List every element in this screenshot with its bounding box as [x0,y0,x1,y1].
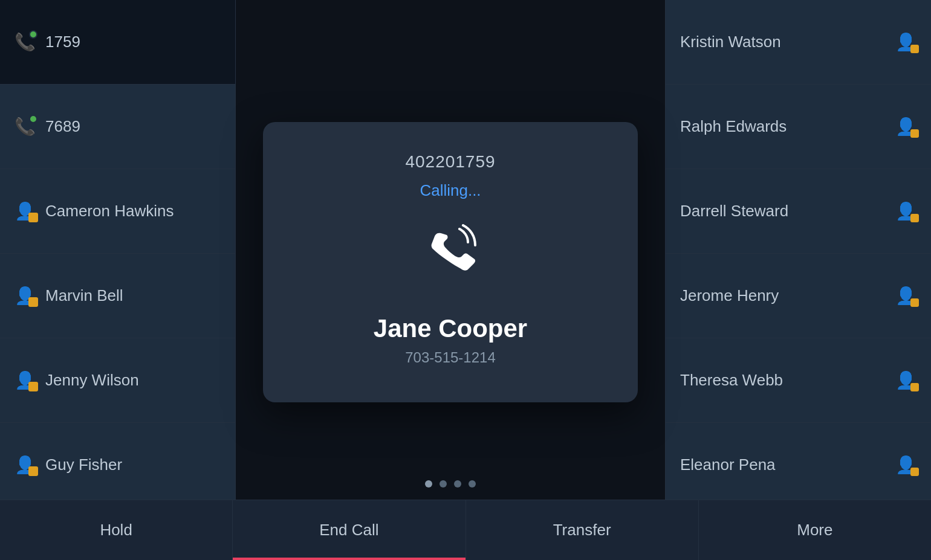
darrell-icon-wrapper: 👤 [895,201,916,221]
marvin-badge [28,297,38,307]
hold-button[interactable]: Hold [0,500,233,560]
transfer-label: Transfer [553,521,611,539]
bottom-bar: Hold End Call Transfer More [0,500,931,560]
phone-active-icon: 📞 [15,32,36,52]
jenny-icon-wrapper: 👤 [15,370,36,390]
right-item-jerome[interactable]: Jerome Henry 👤 [666,254,931,338]
hold-label: Hold [100,521,132,539]
ralph-icon-wrapper: 👤 [895,117,916,137]
marvin-label: Marvin Bell [45,286,123,305]
guy-icon-wrapper: 👤 [15,455,36,475]
right-item-ralph[interactable]: Ralph Edwards 👤 [666,85,931,169]
right-panel: Kristin Watson 👤 Ralph Edwards 👤 Darrell… [665,0,931,560]
marvin-icon-wrapper: 👤 [15,286,36,306]
kristin-badge [910,45,919,53]
cameron-badge [28,213,38,222]
cameron-label: Cameron Hawkins [45,202,174,220]
theresa-label: Theresa Webb [680,371,783,390]
pagination-dots [425,474,476,494]
darrell-label: Darrell Steward [680,202,788,220]
left-panel: 📞 1759 📞 7689 👤 Cameron Hawkins 👤 [0,0,236,560]
status-dot-ext2 [29,115,37,123]
cameron-icon-wrapper: 👤 [15,201,36,221]
phone-icon-ext2: 📞 [15,117,36,137]
main-layout: 📞 1759 📞 7689 👤 Cameron Hawkins 👤 [0,0,931,560]
eleanor-label: Eleanor Pena [680,455,776,474]
eleanor-icon-wrapper: 👤 [895,455,916,475]
status-dot-green [29,30,37,39]
call-modal: 402201759 Calling... Jane Cooper 703-515… [263,122,638,402]
call-modal-overlay: 402201759 Calling... Jane Cooper 703-515… [236,0,665,524]
right-item-kristin[interactable]: Kristin Watson 👤 [666,0,931,85]
end-call-button[interactable]: End Call [233,500,465,560]
jerome-badge [910,298,919,307]
more-label: More [797,521,832,539]
eleanor-badge [910,468,919,476]
ringing-phone-icon [423,224,478,290]
call-contact-name: Jane Cooper [374,314,527,343]
ext1-label: 1759 [45,33,80,51]
left-item-ext2[interactable]: 📞 7689 [0,85,235,169]
left-item-guy[interactable]: 👤 Guy Fisher [0,423,235,507]
jenny-label: Jenny Wilson [45,371,139,390]
ralph-label: Ralph Edwards [680,117,787,136]
dot-1[interactable] [425,480,432,488]
right-item-darrell[interactable]: Darrell Steward 👤 [666,169,931,254]
right-item-eleanor[interactable]: Eleanor Pena 👤 [666,423,931,507]
guy-badge [28,466,38,476]
dot-4[interactable] [469,480,476,488]
dot-2[interactable] [440,480,447,488]
kristin-label: Kristin Watson [680,33,781,51]
call-contact-phone: 703-515-1214 [405,349,495,366]
transfer-button[interactable]: Transfer [466,500,699,560]
theresa-icon-wrapper: 👤 [895,370,916,390]
more-button[interactable]: More [699,500,931,560]
left-item-cameron[interactable]: 👤 Cameron Hawkins [0,169,235,254]
ext2-label: 7689 [45,117,80,136]
jerome-icon-wrapper: 👤 [895,286,916,306]
left-item-ext1[interactable]: 📞 1759 [0,0,235,85]
left-item-marvin[interactable]: 👤 Marvin Bell [0,254,235,338]
guy-label: Guy Fisher [45,455,122,474]
left-item-jenny[interactable]: 👤 Jenny Wilson [0,338,235,423]
right-item-theresa[interactable]: Theresa Webb 👤 [666,338,931,423]
call-status: Calling... [420,181,481,200]
kristin-icon-wrapper: 👤 [895,32,916,52]
jenny-badge [28,382,38,391]
end-call-label: End Call [319,521,378,539]
jerome-label: Jerome Henry [680,286,779,305]
call-number: 402201759 [405,152,495,172]
dot-3[interactable] [454,480,461,488]
darrell-badge [910,214,919,222]
center-panel: 402201759 Calling... Jane Cooper 703-515… [236,0,665,560]
ralph-badge [910,129,919,138]
theresa-badge [910,383,919,391]
